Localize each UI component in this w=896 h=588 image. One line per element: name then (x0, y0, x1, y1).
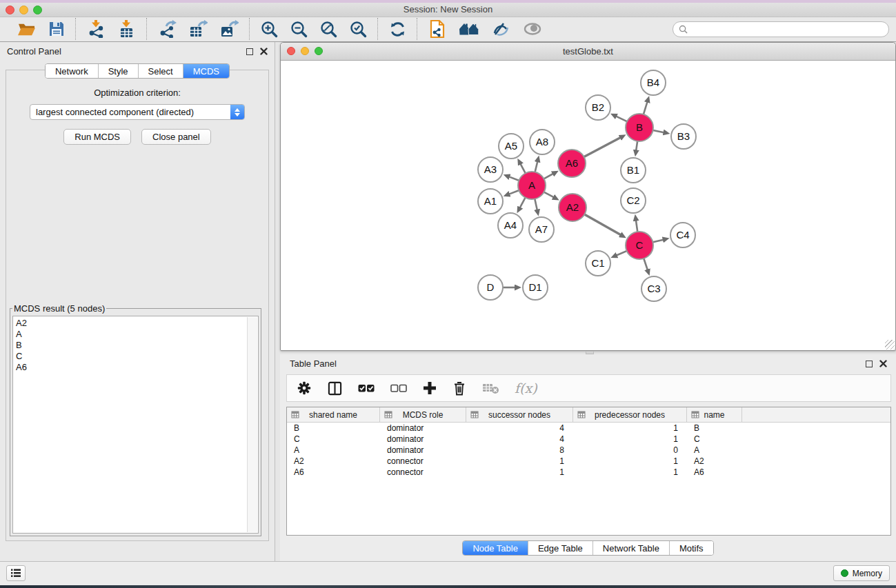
mcds-result-item[interactable]: B (13, 340, 258, 351)
table-cell: C (687, 434, 742, 444)
network-close-button[interactable] (287, 47, 295, 55)
window-resize-grip[interactable] (885, 340, 895, 349)
gear-icon (297, 381, 312, 396)
columns-icon (328, 381, 342, 396)
deselect-all-button[interactable] (390, 383, 408, 394)
svg-text:A8: A8 (536, 136, 548, 148)
graph-node-A5[interactable]: A5 (499, 134, 524, 159)
float-panel-icon[interactable] (246, 48, 253, 55)
zoom-fit-button[interactable] (319, 20, 338, 39)
mcds-result-title: MCDS result (5 nodes) (12, 303, 106, 314)
tab-network[interactable]: Network (46, 64, 98, 78)
table-row[interactable]: A2connector11A2 (287, 456, 890, 467)
graph-node-B3[interactable]: B3 (671, 124, 696, 149)
column-header-name[interactable]: name (687, 407, 742, 422)
mcds-result-item[interactable]: A6 (13, 362, 258, 373)
zoom-selected-button[interactable] (349, 20, 368, 39)
delete-column-button[interactable] (452, 380, 467, 396)
details-eye-icon (492, 21, 510, 37)
select-all-button[interactable] (357, 383, 375, 394)
graph-node-A[interactable]: A (518, 172, 546, 199)
float-table-panel-icon[interactable] (866, 361, 873, 367)
table-cell: A6 (287, 467, 380, 477)
graph-node-B2[interactable]: B2 (586, 95, 610, 120)
graph-node-B[interactable]: B (626, 114, 653, 141)
create-column-button[interactable] (422, 381, 437, 396)
show-panels-button[interactable] (6, 565, 26, 581)
column-header-successor-nodes[interactable]: successor nodes (466, 407, 573, 422)
graph-node-A8[interactable]: A8 (530, 130, 555, 154)
graph-node-C4[interactable]: C4 (670, 223, 695, 247)
mcds-result-box: MCDS result (5 nodes) A2ABCA6 (10, 303, 261, 536)
graph-node-C2[interactable]: C2 (621, 188, 646, 213)
refresh-icon (389, 21, 406, 38)
tab-mcds[interactable]: MCDS (183, 64, 229, 78)
zoom-in-button[interactable] (260, 20, 279, 39)
network-minimize-button[interactable] (301, 47, 309, 55)
tab-motifs[interactable]: Motifs (669, 541, 713, 555)
graph-edge-C-C2 (636, 221, 637, 233)
birds-eye-view-button[interactable] (522, 21, 543, 37)
show-hide-details-button[interactable] (491, 20, 511, 38)
show-columns-button[interactable] (327, 381, 343, 396)
table-row[interactable]: Cdominator41C (287, 434, 890, 445)
save-session-button[interactable] (48, 20, 66, 38)
graph-node-C[interactable]: C (626, 232, 653, 259)
tab-network-table[interactable]: Network Table (593, 541, 669, 555)
run-mcds-button[interactable]: Run MCDS (63, 129, 131, 145)
import-network-button[interactable] (86, 19, 106, 39)
table-row[interactable]: A6connector11A6 (287, 467, 890, 478)
memory-indicator-button[interactable]: Memory (833, 565, 890, 581)
zoom-out-icon (290, 21, 308, 38)
close-panel-icon[interactable] (260, 48, 268, 55)
graph-node-A2[interactable]: A2 (559, 194, 586, 221)
mcds-result-item[interactable]: C (13, 351, 258, 362)
graph-node-C1[interactable]: C1 (586, 251, 610, 276)
zoom-window-button[interactable] (33, 6, 42, 14)
criterion-select[interactable]: largest connected component (directed) (30, 104, 245, 120)
zoom-out-button[interactable] (290, 20, 308, 39)
memory-status-icon (841, 569, 848, 577)
table-cell: A (687, 445, 742, 455)
network-canvas[interactable]: AA1A3A5A8A4A7A6A2BB2B4B3B1CC2C4C1C3DD1 (281, 61, 895, 350)
search-input[interactable] (691, 23, 883, 34)
column-header-predecessor-nodes[interactable]: predecessor nodes (573, 407, 687, 422)
svg-text:C3: C3 (647, 283, 660, 294)
export-table-button[interactable] (188, 19, 208, 39)
home-button[interactable] (458, 20, 480, 38)
close-window-button[interactable] (6, 6, 14, 14)
open-session-button[interactable] (17, 21, 37, 38)
graph-node-A4[interactable]: A4 (498, 213, 523, 238)
tab-node-table[interactable]: Node Table (463, 541, 528, 555)
network-zoom-button[interactable] (315, 47, 323, 55)
graph-node-A1[interactable]: A1 (478, 189, 503, 214)
column-header-MCDS-role[interactable]: MCDS role (380, 407, 466, 422)
result-list-scrollbar[interactable] (247, 317, 257, 532)
tab-select[interactable]: Select (138, 64, 183, 78)
column-header-shared-name[interactable]: shared name (287, 407, 380, 422)
mcds-result-item[interactable]: A (13, 329, 258, 340)
table-settings-button[interactable] (296, 380, 312, 396)
tab-style[interactable]: Style (98, 64, 138, 78)
graph-node-A6[interactable]: A6 (558, 150, 586, 177)
export-image-button[interactable] (219, 19, 239, 39)
graph-node-D1[interactable]: D1 (523, 275, 548, 300)
tab-edge-table[interactable]: Edge Table (528, 541, 593, 555)
graph-node-A7[interactable]: A7 (529, 217, 554, 242)
graph-node-C3[interactable]: C3 (641, 276, 666, 301)
close-table-panel-icon[interactable] (879, 360, 887, 367)
table-row[interactable]: Bdominator41B (287, 423, 890, 434)
refresh-view-button[interactable] (388, 20, 407, 39)
table-row[interactable]: Adominator80A (287, 445, 890, 456)
close-panel-button[interactable]: Close panel (141, 129, 211, 145)
graph-node-A3[interactable]: A3 (478, 157, 503, 182)
table-toolbar: f(x) (286, 374, 891, 402)
mcds-result-item[interactable]: A2 (13, 318, 258, 329)
graph-node-B4[interactable]: B4 (641, 70, 666, 95)
copy-network-button[interactable] (428, 19, 447, 39)
graph-node-D[interactable]: D (478, 275, 503, 300)
export-network-button[interactable] (157, 19, 177, 39)
import-table-button[interactable] (117, 19, 137, 39)
graph-node-B1[interactable]: B1 (621, 158, 646, 183)
minimize-window-button[interactable] (19, 6, 28, 14)
